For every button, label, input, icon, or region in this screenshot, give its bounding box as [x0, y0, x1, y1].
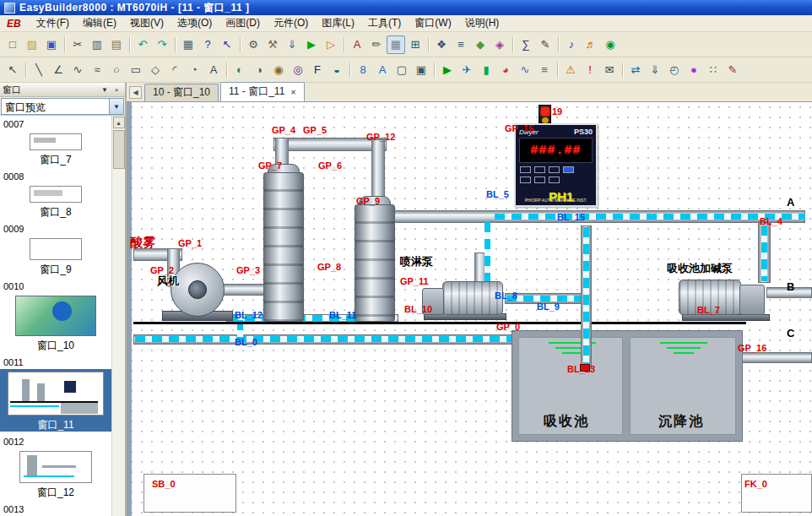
picture-library-button[interactable]: ◈	[490, 35, 509, 54]
flowline-main[interactable]	[495, 214, 805, 220]
line-button[interactable]: ╲	[30, 61, 48, 79]
freehand-button[interactable]: ≈	[88, 61, 106, 79]
ascii-display-button[interactable]: A	[373, 61, 392, 79]
canvas-label-GP_1[interactable]: GP_1	[178, 239, 202, 248]
menu-item-说明(H)[interactable]: 说明(H)	[458, 15, 506, 30]
pie-chart-button[interactable]: ●	[685, 61, 703, 79]
circle-button[interactable]: ○	[107, 61, 126, 79]
flowline-tank-drop[interactable]	[583, 227, 589, 367]
canvas-label-BL_8[interactable]: BL_8	[495, 291, 517, 301]
ground-line[interactable]	[133, 322, 746, 324]
canvas-label-GP_6[interactable]: GP_6	[318, 161, 342, 171]
indirect-window-button[interactable]: ▢	[392, 61, 411, 79]
canvas-label-BL_15[interactable]: BL_15	[557, 213, 585, 222]
pipe-gp16[interactable]	[740, 352, 812, 363]
paste-button[interactable]: ▤	[107, 35, 126, 54]
sound-button[interactable]: ♪	[562, 35, 581, 54]
tab-11 - 窗口_11[interactable]: 11 - 窗口_11×	[220, 82, 305, 101]
canvas-label-BL_7[interactable]: BL_7	[697, 306, 720, 315]
offline-simulation-button[interactable]: ▶	[302, 35, 321, 54]
moving-shape-button[interactable]: ▶	[438, 61, 457, 79]
canvas-label-沉降池[interactable]: 沉降池	[658, 415, 704, 428]
canvas-label-A[interactable]: A	[787, 197, 794, 208]
online-simulation-button[interactable]: ▷	[322, 35, 340, 54]
history-display-button[interactable]: ≡	[535, 61, 554, 79]
flowline-bl0[interactable]	[135, 336, 512, 342]
context-help-button[interactable]: ↖	[218, 35, 236, 54]
xy-plot-button[interactable]: ∷	[704, 61, 723, 79]
scrubber-tower-2[interactable]	[355, 204, 395, 322]
canvas-label-BL_13[interactable]: BL_13	[567, 365, 595, 374]
tab-scroll-left-icon[interactable]: ◀	[129, 86, 142, 99]
menu-item-编辑(E)[interactable]: 编辑(E)	[76, 15, 123, 30]
flowline-right[interactable]	[761, 225, 767, 281]
rectangle-button[interactable]: ▭	[127, 61, 145, 79]
pipe-fan-outlet[interactable]	[221, 284, 267, 296]
window-thumbnail[interactable]	[0, 369, 111, 418]
canvas-label-BL_11[interactable]: BL_11	[329, 311, 356, 320]
window-preview-combobox[interactable]: 窗口预览 ▼	[1, 98, 124, 115]
window-item-0013[interactable]: 0013	[0, 502, 111, 516]
canvas-label-BL_5[interactable]: BL_5	[486, 190, 509, 199]
window-thumbnail[interactable]	[0, 131, 111, 153]
canvas-label-SB_0[interactable]: SB_0	[152, 480, 176, 489]
pie-shape-button[interactable]: ◔	[185, 61, 203, 79]
canvas-label-BL_9[interactable]: BL_9	[537, 302, 560, 312]
scrollbar[interactable]: ▲	[111, 116, 125, 516]
menu-item-文件(F)[interactable]: 文件(F)	[30, 15, 76, 30]
toggle-switch-button[interactable]: ◒	[328, 61, 346, 79]
grid-button[interactable]: ▦	[387, 35, 405, 54]
set-word-button[interactable]: ◎	[289, 61, 307, 79]
curve-button[interactable]: ∿	[68, 61, 87, 79]
open-folder-button[interactable]: ▨	[23, 35, 41, 54]
window-thumbnail[interactable]	[0, 236, 111, 263]
canvas-label-GP_0[interactable]: GP_0	[496, 323, 520, 332]
scrubber-tower-1[interactable]	[263, 172, 304, 322]
numeric-display-button[interactable]: 8	[354, 61, 372, 79]
macro-button[interactable]: ∑	[517, 35, 535, 54]
tab-10 - 窗口_10[interactable]: 10 - 窗口_10	[144, 84, 219, 101]
panel-menu-button[interactable]: ▼	[99, 84, 111, 95]
canvas-label-BL_12[interactable]: BL_12	[235, 311, 263, 320]
window-item-0011[interactable]: 0011窗口_11	[0, 356, 111, 435]
save-button[interactable]: ▣	[42, 35, 61, 54]
pencil-button[interactable]: ✏	[367, 35, 386, 54]
canvas-label-GP_7[interactable]: GP_7	[258, 161, 282, 171]
window-item-0007[interactable]: 0007窗口_7	[0, 117, 111, 170]
window-thumbnail[interactable]	[0, 448, 111, 486]
meter-display-button[interactable]: ◕	[496, 61, 515, 79]
flowline-bl8[interactable]	[506, 296, 587, 301]
canvas-label-BL_10[interactable]: BL_10	[404, 305, 432, 314]
alarm-bar-button[interactable]: ⚠	[561, 61, 580, 79]
scroll-up-icon[interactable]: ▲	[113, 117, 125, 128]
print-button[interactable]: ▦	[179, 35, 198, 54]
polyline-button[interactable]: ∠	[49, 61, 68, 79]
undo-button[interactable]: ↶	[133, 35, 152, 54]
tag-library-button[interactable]: ✎	[536, 35, 555, 54]
canvas-label-GP_12[interactable]: GP_12	[366, 133, 395, 142]
canvas-label-GP_4[interactable]: GP_4	[272, 126, 295, 135]
trend-display-button[interactable]: ∿	[516, 61, 534, 79]
animation-button[interactable]: ✈	[457, 61, 476, 79]
set-bit-button[interactable]: ◉	[269, 61, 288, 79]
menu-item-画图(D)[interactable]: 画图(D)	[219, 15, 267, 30]
window-item-0012[interactable]: 0012窗口_12	[0, 435, 111, 502]
font-button[interactable]: A	[348, 35, 366, 54]
flowline-bl5[interactable]	[484, 222, 490, 285]
new-file-button[interactable]: □	[3, 35, 22, 54]
canvas-label-B[interactable]: B	[787, 281, 794, 292]
alkali-pump-head[interactable]	[739, 285, 765, 315]
shape-library-button[interactable]: ◆	[471, 35, 490, 54]
canvas-label-19[interactable]: 19	[552, 107, 562, 117]
compile-button[interactable]: ⚒	[263, 35, 282, 54]
canvas-label-GP_11[interactable]: GP_11	[400, 277, 429, 286]
gif-button[interactable]: ◉	[601, 35, 620, 54]
canvas-label-风机[interactable]: 风机	[157, 275, 179, 286]
event-display-button[interactable]: ✉	[600, 61, 619, 79]
canvas-label-C[interactable]: C	[787, 328, 794, 339]
menu-item-工具(T)[interactable]: 工具(T)	[361, 15, 408, 30]
text-button[interactable]: A	[204, 61, 223, 79]
scrollbar-thumb[interactable]	[113, 130, 125, 169]
alarm-display-button[interactable]: !	[581, 61, 599, 79]
word-lamp-button[interactable]: ◑	[250, 61, 268, 79]
